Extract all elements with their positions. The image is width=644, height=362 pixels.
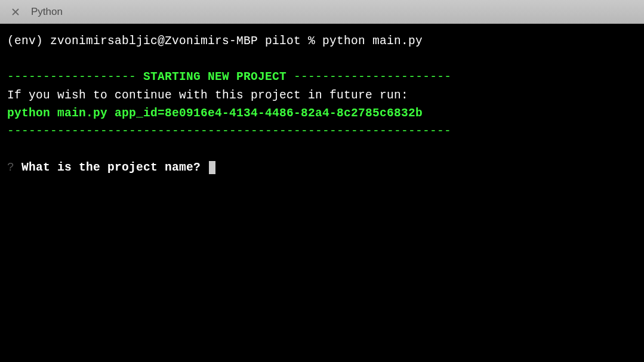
shell-prompt-line: (env) zvonimirsabljic@Zvonimirs-MBP pilo… <box>7 32 637 50</box>
header-dash-left: ------------------ <box>7 70 143 83</box>
question-line: ? What is the project name? <box>7 159 637 177</box>
continue-msg-line: If you wish to continue with this projec… <box>7 86 637 104</box>
terminal-output[interactable]: (env) zvonimirsabljic@Zvonimirs-MBP pilo… <box>0 24 644 362</box>
question-mark-icon: ? <box>7 161 14 174</box>
continue-cmd-line: python main.py app_id=8e0916e4-4134-4486… <box>7 104 637 122</box>
close-icon[interactable] <box>11 7 20 17</box>
window-title: Python <box>31 6 63 18</box>
cursor-icon <box>209 161 215 174</box>
bottom-dashes-line: ----------------------------------------… <box>7 122 637 140</box>
blank-line <box>7 140 637 158</box>
title-bar: Python <box>0 0 644 24</box>
question-text: What is the project name? <box>14 161 208 174</box>
project-header-line: ------------------ STARTING NEW PROJECT … <box>7 68 637 86</box>
blank-line <box>7 50 637 68</box>
header-dash-right: ---------------------- <box>286 70 451 83</box>
header-title: STARTING NEW PROJECT <box>143 70 286 83</box>
